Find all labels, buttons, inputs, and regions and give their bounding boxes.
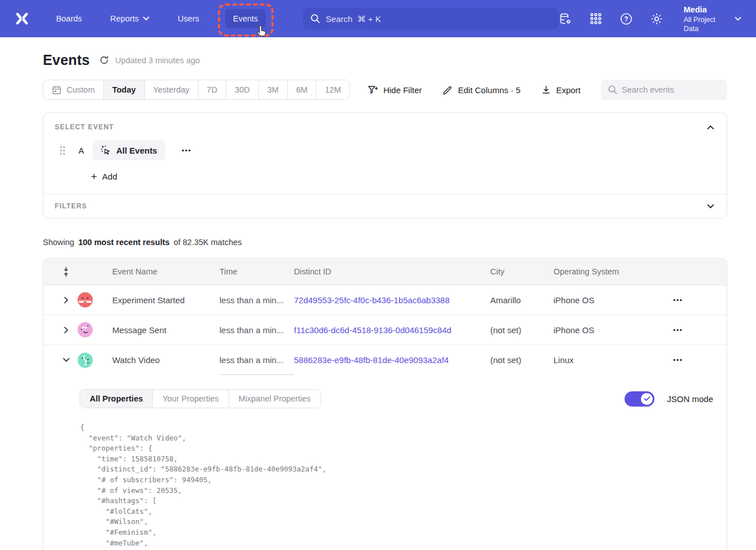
event-json-view: { "event": "Watch Video", "properties": …	[80, 422, 727, 550]
select-event-label: SELECT EVENT	[55, 123, 114, 131]
cell-event-name: Experiment Started	[112, 295, 219, 305]
collapse-row-button[interactable]	[55, 357, 77, 363]
cell-os: iPhone OS	[553, 325, 666, 335]
tab-your-properties[interactable]: Your Properties	[152, 390, 228, 408]
mixpanel-logo[interactable]	[14, 10, 30, 27]
filters-section: FILTERS	[43, 194, 727, 218]
cell-time: less than a min...	[219, 345, 294, 375]
event-more-options-button[interactable]	[179, 147, 193, 154]
help-icon[interactable]: ?	[619, 12, 633, 25]
cell-event-name: Watch Video	[112, 355, 219, 365]
row-more-options-button[interactable]	[666, 359, 689, 361]
date-range-3m[interactable]: 3M	[258, 80, 287, 99]
toggle-knob	[641, 393, 653, 405]
download-icon	[541, 85, 551, 95]
add-event-button[interactable]: + Add	[43, 160, 117, 194]
cell-os: iPhone OS	[553, 295, 666, 305]
page-content: Events Updated 3 minutes ago Custom Toda…	[0, 52, 756, 550]
refresh-icon[interactable]	[99, 55, 109, 66]
json-mode-toggle[interactable]	[625, 391, 654, 407]
table-header-row: Event Name Time Distinct ID City Operati…	[43, 259, 727, 285]
nav-events-wrap: Events	[225, 9, 266, 28]
tab-mixpanel-properties[interactable]: Mixpanel Properties	[228, 390, 320, 408]
col-os: Operating System	[553, 267, 666, 276]
row-more-options-button[interactable]	[666, 299, 689, 302]
plus-icon: +	[91, 173, 97, 181]
col-distinct-id: Distinct ID	[294, 267, 490, 276]
cell-distinct-id-link[interactable]: 72d49553-25fc-4f0c-b436-1b5ac6ab3388	[294, 295, 490, 305]
global-search-input[interactable]	[303, 8, 558, 29]
chevron-up-icon	[707, 125, 714, 130]
search-events	[601, 80, 727, 100]
date-range-today[interactable]: Today	[103, 80, 144, 99]
search-events-input[interactable]	[601, 80, 727, 100]
results-summary: Showing 100 most recent results of 82.35…	[43, 238, 727, 247]
updated-text: Updated 3 minutes ago	[115, 56, 200, 65]
event-selector-chip[interactable]: All Events	[93, 140, 165, 160]
event-query-row: A All Events	[43, 131, 727, 160]
check-icon	[644, 396, 650, 401]
expand-filters-button[interactable]	[707, 204, 714, 209]
global-search	[303, 8, 558, 29]
date-range-12m[interactable]: 12M	[316, 80, 349, 99]
filter-icon	[367, 85, 378, 95]
event-chip-label: All Events	[116, 146, 157, 155]
date-range-30d[interactable]: 30D	[226, 80, 258, 99]
date-range-7d[interactable]: 7D	[198, 80, 226, 99]
date-range-6m[interactable]: 6M	[287, 80, 316, 99]
chevron-right-icon	[64, 326, 69, 334]
date-range-yesterday[interactable]: Yesterday	[144, 80, 198, 99]
chevron-down-icon	[707, 204, 714, 209]
expand-row-button[interactable]	[55, 296, 77, 304]
cell-event-name: Message Sent	[112, 325, 219, 335]
cell-city: (not set)	[490, 325, 553, 335]
date-range-control: Custom Today Yesterday 7D 30D 3M 6M 12M	[43, 80, 350, 100]
hide-filter-button[interactable]: Hide Filter	[367, 85, 421, 95]
event-detail-panel: All Properties Your Properties Mixpanel …	[43, 389, 727, 550]
filters-label: FILTERS	[55, 202, 87, 210]
toolbar: Hide Filter Edit Columns · 5 Export	[367, 80, 727, 100]
table-row[interactable]: Experiment Started less than a min... 72…	[43, 285, 727, 315]
cell-os: Linux	[553, 355, 666, 365]
tab-all-properties[interactable]: All Properties	[80, 390, 152, 408]
properties-tabs: All Properties Your Properties Mixpanel …	[80, 389, 321, 408]
date-range-custom[interactable]: Custom	[43, 80, 103, 99]
row-more-options-button[interactable]	[666, 329, 689, 331]
nav-users[interactable]: Users	[170, 9, 207, 28]
export-button[interactable]: Export	[541, 85, 581, 95]
cell-distinct-id-link[interactable]: 5886283e-e9fb-48fb-81de-40e9093a2af4	[294, 355, 490, 365]
expand-row-button[interactable]	[55, 326, 77, 334]
events-table: Event Name Time Distinct ID City Operati…	[43, 258, 727, 550]
add-label: Add	[102, 172, 117, 181]
chevron-down-icon	[63, 357, 70, 363]
magic-cursor-icon	[100, 145, 111, 156]
controls-row: Custom Today Yesterday 7D 30D 3M 6M 12M …	[43, 80, 727, 100]
chevron-down-icon	[143, 16, 150, 21]
table-row[interactable]: Message Sent less than a min... f11c30d6…	[43, 315, 727, 345]
project-switcher[interactable]: Media All Project Data	[684, 5, 741, 33]
nav-reports[interactable]: Reports	[102, 9, 157, 28]
page-title: Events	[43, 52, 90, 68]
pencil-icon	[442, 85, 453, 95]
drag-handle-icon[interactable]	[59, 146, 65, 155]
sort-icon[interactable]	[55, 267, 77, 277]
top-navbar: Boards Reports Users Events	[0, 0, 756, 37]
mixpanel-logo-icon	[14, 11, 30, 27]
apps-grid-icon[interactable]	[589, 12, 603, 25]
col-time: Time	[219, 267, 294, 276]
nav-right-controls: ? Media All Project Data	[559, 5, 741, 33]
edit-columns-button[interactable]: Edit Columns · 5	[442, 85, 521, 95]
nav-boards[interactable]: Boards	[48, 9, 90, 28]
cell-distinct-id-link[interactable]: f11c30d6-dc6d-4518-9136-0d046159c84d	[294, 325, 490, 335]
project-name: Media	[684, 5, 729, 15]
collapse-section-button[interactable]	[707, 125, 714, 130]
cell-city: Amarillo	[490, 295, 553, 305]
col-event-name: Event Name	[112, 267, 219, 276]
data-management-icon[interactable]	[559, 12, 572, 25]
settings-gear-icon[interactable]	[650, 12, 663, 25]
col-city: City	[490, 267, 553, 276]
table-row-expanded[interactable]: Watch Video less than a min... 5886283e-…	[43, 345, 727, 375]
title-row: Events Updated 3 minutes ago	[43, 52, 727, 68]
select-event-header: SELECT EVENT	[43, 113, 727, 131]
cell-time: less than a min...	[219, 285, 294, 315]
